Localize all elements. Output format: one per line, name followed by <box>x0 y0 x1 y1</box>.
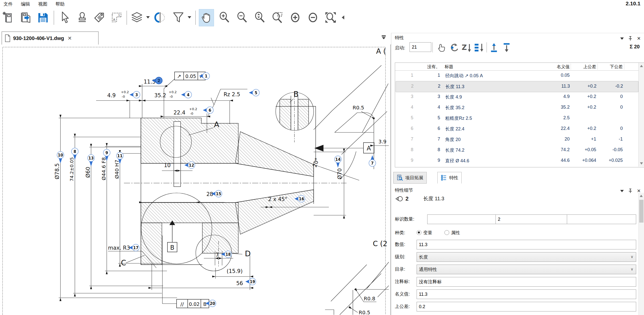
scroll-thumb[interactable] <box>639 200 643 223</box>
balloon-7[interactable]: 7 <box>369 155 376 167</box>
filter-button[interactable] <box>171 9 186 26</box>
scroll-up-icon[interactable] <box>640 195 643 197</box>
col-header-nominal[interactable]: 名义值 <box>537 64 570 70</box>
canvas-menu-chevron[interactable] <box>381 34 387 41</box>
tab-label: 项目拓展 <box>405 175 423 181</box>
pan-hand-icon <box>200 11 213 24</box>
balloon-6[interactable]: 6 <box>203 107 213 114</box>
balloon-5[interactable]: 5 <box>249 89 260 96</box>
pin-icon[interactable] <box>628 189 632 193</box>
id-count-input[interactable] <box>496 214 567 224</box>
table-row[interactable]: 99直径 Ø 44.644.6+0.064+0.025 <box>396 155 638 166</box>
rotate-icon[interactable] <box>448 42 459 53</box>
balloon-19[interactable]: 19 <box>245 278 256 285</box>
layers-dropdown-arrow[interactable] <box>146 16 150 18</box>
table-row[interactable]: 88长度 74.274.2+0.05-0.05 <box>396 145 638 155</box>
col-header-title[interactable]: 标题 <box>445 64 453 70</box>
balloon-10[interactable]: 10 <box>57 152 64 164</box>
tab-properties[interactable]: 特性 <box>437 172 462 184</box>
table-row[interactable]: 55粗糙度Rz 2.52.5 <box>396 113 638 124</box>
list-sort-icon[interactable] <box>474 42 484 53</box>
table-cell: +1 <box>573 136 596 142</box>
form-row: 级别:长度∨ <box>391 252 644 261</box>
id-count-input[interactable] <box>567 214 636 224</box>
field-input[interactable] <box>417 240 636 249</box>
save-button[interactable] <box>35 9 50 26</box>
start-input[interactable] <box>410 42 431 52</box>
table-row[interactable]: 33长度 4.94.9+0.20 <box>396 92 638 102</box>
balloon-3[interactable]: 3 <box>130 91 140 98</box>
menu-edit[interactable]: 编辑 <box>17 0 33 7</box>
id-count-input[interactable] <box>427 214 497 224</box>
panel-dropdown-icon[interactable] <box>620 190 624 192</box>
balloon-4[interactable]: 4 <box>181 91 192 98</box>
field-input[interactable] <box>417 302 636 311</box>
zoom-in-tool-button[interactable] <box>217 9 232 26</box>
zoom-vertical-tool-button[interactable] <box>252 9 267 26</box>
field-input[interactable] <box>417 277 636 287</box>
svg-text:11: 11 <box>117 154 123 158</box>
col-header-no[interactable]: 没有。 <box>415 64 440 70</box>
balloon-17[interactable]: 17 <box>129 244 139 251</box>
zoom-fit-button[interactable] <box>323 9 338 26</box>
balloon-13[interactable]: 13 <box>88 155 95 167</box>
balloon-markers[interactable]: 1234567891011121314151617181920 <box>57 73 376 307</box>
pin-icon[interactable] <box>628 36 632 41</box>
new-document-button[interactable] <box>1 9 16 26</box>
zoom-window-tool-button[interactable] <box>270 9 285 26</box>
menu-view[interactable]: 视图 <box>35 0 51 7</box>
select-tool-button[interactable] <box>57 9 72 26</box>
col-header-lower[interactable]: 下公差 <box>599 64 623 70</box>
table-row[interactable]: 22长度 11.311.3+0.2-0.2 <box>396 81 638 92</box>
table-scrollbar[interactable] <box>638 63 644 167</box>
mirror-view-button[interactable] <box>153 9 167 26</box>
scroll-down-icon[interactable] <box>640 162 643 165</box>
menu-file[interactable]: 文件 <box>0 0 16 7</box>
radio-label: 变量 <box>423 230 432 236</box>
pan-tool-button[interactable] <box>199 9 214 26</box>
filter-dropdown-arrow[interactable] <box>188 16 191 18</box>
document-tab[interactable]: 930-1200-406-V1.dwg ✕ <box>2 31 99 45</box>
tag-tool-button[interactable] <box>92 9 107 26</box>
menu-help[interactable]: 帮助 <box>52 0 68 7</box>
partial-selection-tool-button[interactable]: 1 A <box>109 9 124 26</box>
dim-text-r08: R0.8 <box>364 296 375 302</box>
toolbar-collapse-arrow[interactable] <box>340 9 347 26</box>
panel-dropdown-icon[interactable] <box>620 37 624 40</box>
drawing-canvas[interactable]: 11.34.9+0.2-035.2+0.2-0Rz 2.522.4+0.2-0A… <box>0 45 391 315</box>
col-header-upper[interactable]: 上公差 <box>572 64 596 70</box>
sum-count: Σ 20 <box>630 44 640 50</box>
open-document-button[interactable] <box>18 9 33 26</box>
dim-text-d10: 10 <box>164 162 171 168</box>
field-select[interactable]: 长度∨ <box>417 252 636 262</box>
layers-button[interactable] <box>130 9 144 26</box>
tab-project-expansion[interactable]: 项目拓展 <box>393 172 427 184</box>
field-select[interactable]: 通用特性∨ <box>417 265 636 274</box>
zoom-out-tool-button[interactable] <box>235 9 249 26</box>
table-row[interactable]: 11径向跳动 ↗ 0.05 A0.05 <box>396 70 638 81</box>
balloon-20[interactable]: 20 <box>205 300 216 307</box>
scroll-up-icon[interactable] <box>640 65 643 67</box>
table-row[interactable]: 77角度 2020+1-1 <box>396 134 638 145</box>
balloon-14[interactable]: 14 <box>335 156 341 168</box>
decrease-button[interactable] <box>306 9 320 26</box>
details-scrollbar[interactable] <box>638 193 644 315</box>
move-bottom-icon[interactable] <box>502 42 512 53</box>
tab-close-icon[interactable]: ✕ <box>68 35 72 41</box>
table-row[interactable]: 44长度 35.235.2+0.20 <box>396 102 638 113</box>
open-document-icon <box>19 11 32 24</box>
table-row[interactable]: 66长度 22.422.4+0.20 <box>396 124 638 134</box>
pointer-hand-icon[interactable] <box>436 42 446 53</box>
zoom-fit-icon <box>324 11 337 24</box>
z-order-icon[interactable]: Z <box>461 42 472 53</box>
dim-text-d28: 28 <box>206 191 213 197</box>
panel-close-icon[interactable]: ✕ <box>637 36 641 41</box>
move-top-icon[interactable] <box>489 42 500 53</box>
field-label: 标识数量: <box>395 216 414 222</box>
field-input[interactable] <box>417 289 636 299</box>
radio-selected[interactable] <box>417 230 421 235</box>
table-cell: 2.5 <box>537 115 570 121</box>
stamp-tool-button[interactable] <box>75 9 90 26</box>
radio-unselected[interactable] <box>444 230 449 235</box>
increase-button[interactable] <box>288 9 303 26</box>
